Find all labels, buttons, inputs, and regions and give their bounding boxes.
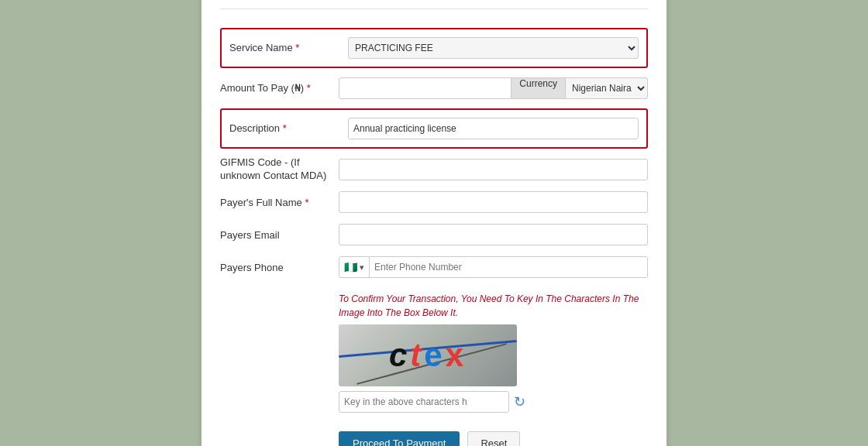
- service-name-label: Service Name *: [229, 42, 342, 53]
- amount-input[interactable]: [339, 77, 512, 99]
- proceed-button[interactable]: Proceed To Payment: [339, 431, 460, 446]
- captcha-chars: ctex: [389, 337, 467, 374]
- payer-name-label: Payer's Full Name *: [220, 197, 332, 208]
- captcha-instruction: To Confirm Your Transaction, You Need To…: [339, 292, 648, 320]
- payer-email-input[interactable]: [339, 224, 648, 245]
- captcha-input[interactable]: [339, 391, 509, 413]
- currency-select[interactable]: Nigerian Naira: [566, 77, 648, 99]
- payer-email-label: Payers Email: [220, 229, 332, 241]
- main-card: Pay Once Recurring Payment (Standing Ord…: [202, 0, 666, 446]
- captcha-image: ctex: [339, 324, 517, 386]
- service-name-select[interactable]: PRACTICING FEE: [348, 37, 639, 59]
- captcha-section: To Confirm Your Transaction, You Need To…: [339, 292, 648, 413]
- amount-input-group: Currency Nigerian Naira: [339, 77, 648, 99]
- amount-row: Amount To Pay (₦) * Currency Nigerian Na…: [220, 76, 648, 101]
- description-row: Description *: [229, 116, 639, 141]
- button-section-row: Proceed To Payment Reset: [220, 420, 648, 446]
- form-section: Service Name * PRACTICING FEE Amount To …: [220, 28, 648, 446]
- description-input[interactable]: [348, 118, 639, 139]
- service-name-box: Service Name * PRACTICING FEE: [220, 28, 648, 68]
- gifmis-input[interactable]: [339, 159, 648, 180]
- phone-input-wrap: 🇳🇬 ▾: [339, 256, 648, 278]
- amount-label: Amount To Pay (₦) *: [220, 82, 332, 94]
- reset-button[interactable]: Reset: [467, 431, 520, 446]
- payer-name-input[interactable]: [339, 191, 648, 213]
- payer-phone-label: Payers Phone: [220, 262, 332, 273]
- payer-phone-row: Payers Phone 🇳🇬 ▾: [220, 255, 648, 280]
- currency-label: Currency: [512, 77, 566, 99]
- description-box: Description *: [220, 108, 648, 149]
- service-name-row: Service Name * PRACTICING FEE: [229, 36, 639, 60]
- phone-input[interactable]: [370, 257, 647, 277]
- button-row: Proceed To Payment Reset: [339, 431, 520, 446]
- payer-name-row: Payer's Full Name *: [220, 190, 648, 214]
- captcha-section-row: To Confirm Your Transaction, You Need To…: [220, 287, 648, 413]
- payer-email-row: Payers Email: [220, 222, 648, 247]
- captcha-input-row: ↻: [339, 391, 648, 413]
- captcha-refresh-icon[interactable]: ↻: [514, 393, 525, 410]
- payment-type-row: Pay Once Recurring Payment (Standing Ord…: [220, 0, 648, 9]
- gifmis-row: GIFMIS Code - (If unknown Contact MDA): [220, 156, 648, 183]
- phone-flag: 🇳🇬 ▾: [339, 257, 370, 277]
- page-container: Pay Once Recurring Payment (Standing Ord…: [0, 0, 868, 446]
- description-label: Description *: [229, 122, 342, 134]
- gifmis-label: GIFMIS Code - (If unknown Contact MDA): [220, 156, 332, 183]
